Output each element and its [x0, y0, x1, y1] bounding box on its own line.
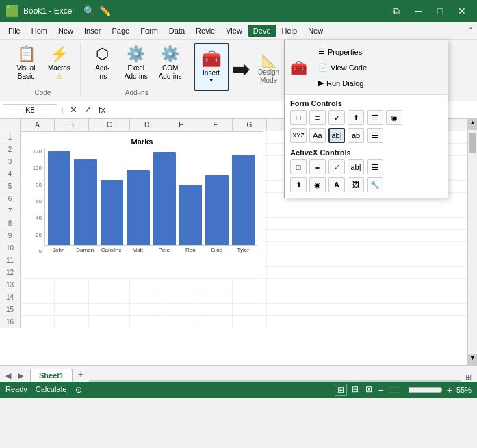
ribbon-collapse-button[interactable]: ⌃ [467, 26, 474, 36]
cell-b15[interactable] [55, 304, 89, 315]
menu-insert[interactable]: Inser [79, 25, 106, 37]
name-box[interactable] [3, 104, 57, 116]
cell-a15[interactable] [21, 304, 55, 315]
fc-label[interactable]: XYZ [290, 128, 307, 143]
cell-e15[interactable] [164, 304, 198, 315]
col-header-e[interactable]: E [164, 119, 198, 131]
menu-help[interactable]: Help [276, 25, 303, 37]
col-header-c[interactable]: C [89, 119, 130, 131]
ax-more[interactable]: 🔧 [367, 177, 383, 192]
minimize-button[interactable]: ─ [409, 1, 428, 21]
cell-c16[interactable] [89, 316, 130, 328]
tab-next-button[interactable]: ▶ [15, 370, 26, 382]
scroll-up-button[interactable]: ▲ [468, 119, 477, 130]
edit-icon[interactable]: ✏️ [99, 5, 111, 16]
col-header-d[interactable]: D [130, 119, 164, 131]
excel-add-ins-button[interactable]: ⚙️ ExcelAdd-ins [120, 42, 152, 83]
zoom-minus-button[interactable]: − [378, 384, 384, 395]
fc-textbox[interactable]: Aa [309, 128, 326, 143]
cell-d13[interactable] [130, 279, 164, 291]
cell-b16[interactable] [55, 316, 89, 328]
cell-g14[interactable] [233, 291, 267, 303]
ax-radio[interactable]: ◉ [309, 177, 326, 192]
menu-view[interactable]: View [220, 25, 248, 37]
ax-checkbox[interactable]: ✓ [328, 159, 345, 174]
insert-button[interactable]: 🧰 Insert ▼ [194, 43, 229, 91]
view-code-button[interactable]: 📄 View Code [313, 60, 372, 75]
fc-button-2[interactable]: ≡ [309, 110, 326, 125]
restore-button[interactable]: ⧉ [387, 1, 406, 21]
fc-radio[interactable]: ◉ [386, 110, 402, 125]
zoom-plus-button[interactable]: + [447, 384, 452, 395]
sheet-tab-sheet1[interactable]: Sheet1 [30, 369, 73, 382]
cell-g15[interactable] [233, 304, 267, 315]
menu-home[interactable]: Hom [26, 25, 53, 37]
com-add-ins-button[interactable]: ⚙️ COMAdd-ins [155, 42, 186, 83]
macros-button[interactable]: ⚡ Macros ⚠ [44, 42, 75, 83]
cell-b13[interactable] [55, 279, 89, 291]
add-sheet-button[interactable]: + [74, 367, 88, 382]
page-layout-button[interactable]: ⊟ [350, 384, 361, 396]
cell-g16[interactable] [233, 316, 267, 328]
cell-f13[interactable] [198, 279, 233, 291]
close-button[interactable]: ✕ [452, 1, 472, 21]
col-header-f[interactable]: F [198, 119, 233, 131]
fc-spinner[interactable]: ⬆ [348, 110, 364, 125]
ax-textbox[interactable]: ab| [348, 159, 364, 174]
cell-d16[interactable] [130, 316, 164, 328]
fc-listbox[interactable]: ☰ [367, 110, 383, 125]
col-header-a[interactable]: A [21, 119, 55, 131]
cell-a13[interactable] [21, 279, 55, 291]
cell-c14[interactable] [89, 291, 130, 303]
maximize-button[interactable]: □ [430, 1, 450, 21]
properties-button[interactable]: ☰ Properties [313, 44, 372, 59]
ax-listbox[interactable]: ☰ [367, 159, 383, 174]
cell-f16[interactable] [198, 316, 233, 328]
cell-a16[interactable] [21, 316, 55, 328]
cell-a14[interactable] [21, 291, 55, 303]
design-mode-button[interactable]: 📐 DesignMode [252, 51, 286, 88]
tab-prev-button[interactable]: ◀ [3, 370, 14, 382]
add-ins-button[interactable]: ⬡ Add-ins [88, 42, 118, 83]
vertical-scrollbar[interactable]: ▲ ▼ [467, 119, 477, 365]
zoom-slider[interactable] [388, 384, 443, 395]
menu-page[interactable]: Page [106, 25, 135, 37]
cell-f14[interactable] [198, 291, 233, 303]
ax-combo[interactable]: ≡ [309, 159, 326, 174]
fc-ab[interactable]: ab [348, 128, 364, 143]
cell-d15[interactable] [130, 304, 164, 315]
cell-c15[interactable] [89, 304, 130, 315]
col-header-b[interactable]: B [55, 119, 89, 131]
cell-g13[interactable] [233, 279, 267, 291]
tab-expand-icon[interactable]: ⊞ [465, 373, 472, 382]
page-break-button[interactable]: ⊠ [363, 384, 374, 396]
ax-button-1[interactable]: □ [290, 159, 307, 174]
menu-data[interactable]: Data [164, 25, 190, 37]
cell-e16[interactable] [164, 316, 198, 328]
menu-developer[interactable]: Deve [248, 25, 276, 37]
col-header-g[interactable]: G [233, 119, 267, 131]
ax-image[interactable]: 🖼 [348, 177, 364, 192]
run-dialog-button[interactable]: ▶ Run Dialog [313, 76, 372, 90]
search-icon[interactable]: 🔍 [83, 5, 95, 16]
ax-spinner[interactable]: ⬆ [290, 177, 307, 192]
normal-view-button[interactable]: ⊞ [335, 384, 347, 396]
ax-label[interactable]: A [328, 177, 345, 192]
cell-c13[interactable] [89, 279, 130, 291]
zoom-level[interactable]: 55% [456, 386, 472, 394]
insert-function-button[interactable]: fx [96, 105, 107, 115]
cell-e13[interactable] [164, 279, 198, 291]
menu-formulas[interactable]: Form [135, 25, 164, 37]
menu-review[interactable]: Revie [190, 25, 220, 37]
cell-d14[interactable] [130, 291, 164, 303]
cell-b14[interactable] [55, 291, 89, 303]
cell-e14[interactable] [164, 291, 198, 303]
cell-f15[interactable] [198, 304, 233, 315]
menu-new2[interactable]: New [302, 25, 328, 37]
confirm-formula-button[interactable]: ✓ [82, 105, 94, 115]
scroll-down-button[interactable]: ▼ [468, 354, 477, 365]
fc-button-1[interactable]: □ [290, 110, 307, 125]
scroll-thumb[interactable] [469, 133, 476, 153]
fc-combo2[interactable]: ☰ [367, 128, 383, 143]
fc-scrollbar[interactable]: ab| [328, 128, 345, 143]
